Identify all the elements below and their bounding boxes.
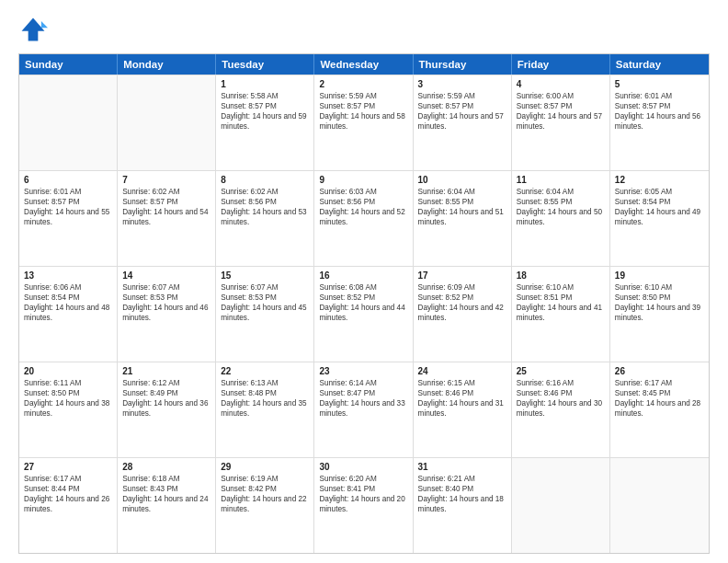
sunrise-line: Sunrise: 6:16 AM [517, 378, 605, 388]
day-number: 24 [418, 366, 506, 376]
sunrise-line: Sunrise: 5:59 AM [418, 91, 506, 101]
sunset-line: Sunset: 8:57 PM [418, 101, 506, 111]
sunset-line: Sunset: 8:56 PM [221, 197, 309, 207]
cal-header-wednesday: Wednesday [314, 54, 413, 75]
sunrise-line: Sunrise: 6:20 AM [319, 474, 407, 484]
sunrise-line: Sunrise: 6:11 AM [24, 378, 112, 388]
sunrise-line: Sunrise: 6:06 AM [24, 282, 112, 293]
cal-cell-day-19: 19Sunrise: 6:10 AMSunset: 8:50 PMDayligh… [610, 267, 709, 362]
sunset-line: Sunset: 8:41 PM [319, 484, 407, 494]
daylight-line: Daylight: 14 hours and 35 minutes. [221, 398, 309, 419]
sunset-line: Sunset: 8:40 PM [418, 484, 506, 494]
cal-cell-day-15: 15Sunrise: 6:07 AMSunset: 8:53 PMDayligh… [216, 267, 314, 362]
cal-cell-day-27: 27Sunrise: 6:17 AMSunset: 8:44 PMDayligh… [19, 458, 118, 553]
cal-row-0: 1Sunrise: 5:58 AMSunset: 8:57 PMDaylight… [19, 75, 709, 170]
day-number: 3 [418, 79, 506, 89]
cal-cell-day-29: 29Sunrise: 6:19 AMSunset: 8:42 PMDayligh… [216, 458, 314, 553]
day-number: 18 [517, 270, 605, 281]
cal-cell-empty [118, 75, 216, 170]
day-number: 30 [319, 462, 407, 472]
daylight-line: Daylight: 14 hours and 51 minutes. [418, 207, 506, 227]
daylight-line: Daylight: 14 hours and 28 minutes. [615, 398, 704, 419]
day-number: 15 [221, 270, 309, 281]
sunset-line: Sunset: 8:46 PM [418, 388, 506, 398]
cal-cell-day-13: 13Sunrise: 6:06 AMSunset: 8:54 PMDayligh… [19, 267, 118, 362]
daylight-line: Daylight: 14 hours and 49 minutes. [615, 207, 704, 227]
day-number: 7 [122, 175, 210, 185]
cal-cell-day-14: 14Sunrise: 6:07 AMSunset: 8:53 PMDayligh… [118, 267, 216, 362]
sunrise-line: Sunrise: 6:17 AM [24, 474, 112, 484]
sunset-line: Sunset: 8:57 PM [221, 101, 309, 111]
cal-header-tuesday: Tuesday [216, 54, 314, 75]
day-number: 9 [319, 175, 407, 185]
sunset-line: Sunset: 8:50 PM [615, 293, 704, 303]
sunset-line: Sunset: 8:49 PM [122, 388, 210, 398]
day-number: 11 [517, 175, 605, 185]
day-number: 10 [418, 175, 506, 185]
daylight-line: Daylight: 14 hours and 52 minutes. [319, 207, 407, 227]
cal-cell-day-17: 17Sunrise: 6:09 AMSunset: 8:52 PMDayligh… [414, 267, 512, 362]
cal-cell-day-2: 2Sunrise: 5:59 AMSunset: 8:57 PMDaylight… [314, 75, 413, 170]
sunset-line: Sunset: 8:55 PM [418, 197, 506, 207]
day-number: 2 [319, 79, 407, 89]
sunrise-line: Sunrise: 6:05 AM [615, 187, 704, 197]
daylight-line: Daylight: 14 hours and 24 minutes. [122, 494, 210, 514]
sunset-line: Sunset: 8:53 PM [221, 293, 309, 303]
sunset-line: Sunset: 8:53 PM [122, 293, 210, 303]
cal-cell-day-22: 22Sunrise: 6:13 AMSunset: 8:48 PMDayligh… [216, 362, 314, 457]
day-number: 1 [221, 79, 309, 89]
day-number: 26 [615, 366, 704, 376]
cal-cell-day-7: 7Sunrise: 6:02 AMSunset: 8:57 PMDaylight… [118, 171, 216, 266]
day-number: 4 [517, 79, 605, 89]
day-number: 6 [24, 175, 112, 185]
daylight-line: Daylight: 14 hours and 22 minutes. [221, 494, 309, 514]
calendar-header: SundayMondayTuesdayWednesdayThursdayFrid… [19, 54, 709, 75]
cal-cell-day-18: 18Sunrise: 6:10 AMSunset: 8:51 PMDayligh… [512, 267, 610, 362]
cal-cell-empty [512, 458, 610, 553]
sunrise-line: Sunrise: 6:21 AM [418, 474, 506, 484]
sunrise-line: Sunrise: 6:02 AM [221, 187, 309, 197]
sunrise-line: Sunrise: 6:13 AM [221, 378, 309, 388]
day-number: 22 [221, 366, 309, 376]
daylight-line: Daylight: 14 hours and 55 minutes. [24, 207, 112, 227]
cal-cell-day-12: 12Sunrise: 6:05 AMSunset: 8:54 PMDayligh… [610, 171, 709, 266]
cal-row-4: 27Sunrise: 6:17 AMSunset: 8:44 PMDayligh… [19, 457, 709, 553]
cal-row-3: 20Sunrise: 6:11 AMSunset: 8:50 PMDayligh… [19, 362, 709, 457]
day-number: 31 [418, 462, 506, 472]
cal-header-sunday: Sunday [19, 54, 118, 75]
day-number: 5 [615, 79, 704, 89]
day-number: 14 [122, 270, 210, 281]
cal-cell-day-3: 3Sunrise: 5:59 AMSunset: 8:57 PMDaylight… [414, 75, 512, 170]
cal-cell-day-4: 4Sunrise: 6:00 AMSunset: 8:57 PMDaylight… [512, 75, 610, 170]
daylight-line: Daylight: 14 hours and 45 minutes. [221, 303, 309, 323]
sunrise-line: Sunrise: 5:59 AM [319, 91, 407, 101]
cal-cell-day-23: 23Sunrise: 6:14 AMSunset: 8:47 PMDayligh… [314, 362, 413, 457]
sunrise-line: Sunrise: 6:18 AM [122, 474, 210, 484]
sunset-line: Sunset: 8:57 PM [24, 197, 112, 207]
cal-cell-day-30: 30Sunrise: 6:20 AMSunset: 8:41 PMDayligh… [314, 458, 413, 553]
sunset-line: Sunset: 8:55 PM [517, 197, 605, 207]
daylight-line: Daylight: 14 hours and 39 minutes. [615, 303, 704, 323]
daylight-line: Daylight: 14 hours and 48 minutes. [24, 303, 112, 323]
sunrise-line: Sunrise: 6:17 AM [615, 378, 704, 388]
logo-icon [18, 15, 48, 44]
svg-marker-0 [22, 18, 45, 41]
cal-cell-day-9: 9Sunrise: 6:03 AMSunset: 8:56 PMDaylight… [314, 171, 413, 266]
cal-cell-day-10: 10Sunrise: 6:04 AMSunset: 8:55 PMDayligh… [414, 171, 512, 266]
sunrise-line: Sunrise: 6:14 AM [319, 378, 407, 388]
sunset-line: Sunset: 8:57 PM [517, 101, 605, 111]
daylight-line: Daylight: 14 hours and 59 minutes. [221, 111, 309, 132]
daylight-line: Daylight: 14 hours and 38 minutes. [24, 398, 112, 419]
cal-cell-day-31: 31Sunrise: 6:21 AMSunset: 8:40 PMDayligh… [414, 458, 512, 553]
sunrise-line: Sunrise: 6:02 AM [122, 187, 210, 197]
daylight-line: Daylight: 14 hours and 26 minutes. [24, 494, 112, 514]
daylight-line: Daylight: 14 hours and 42 minutes. [418, 303, 506, 323]
daylight-line: Daylight: 14 hours and 53 minutes. [221, 207, 309, 227]
sunset-line: Sunset: 8:46 PM [517, 388, 605, 398]
sunset-line: Sunset: 8:52 PM [319, 293, 407, 303]
sunset-line: Sunset: 8:43 PM [122, 484, 210, 494]
page-header [18, 15, 710, 44]
daylight-line: Daylight: 14 hours and 30 minutes. [517, 398, 605, 419]
sunset-line: Sunset: 8:42 PM [221, 484, 309, 494]
day-number: 12 [615, 175, 704, 185]
